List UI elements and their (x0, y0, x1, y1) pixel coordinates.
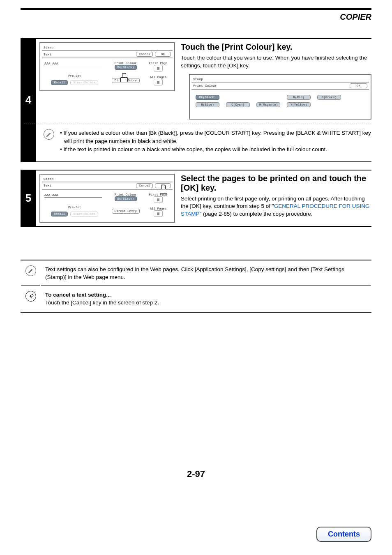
step5-heading: Select the pages to be printed on and to… (181, 174, 371, 193)
step4-note-1: If you selected a colour other than [Bk … (60, 129, 371, 146)
panel2-subtitle: Print Colour (193, 84, 217, 88)
touch-cursor-icon (120, 73, 127, 82)
colour-blue-button[interactable]: B(Blue) (196, 102, 219, 107)
colour-cyan-button[interactable]: C(Cyan) (226, 102, 250, 107)
pencil-icon (25, 265, 36, 276)
panel-stamp-text: Stamp Text Cancel OK AAA AAA Pre-Set (39, 42, 175, 91)
step4-note-2: If the text is printed in colour on a bl… (60, 145, 371, 154)
page-number: 2-97 (21, 469, 371, 479)
all-pages-icon[interactable]: ▥ (154, 210, 163, 217)
contents-button[interactable]: Contents (316, 527, 371, 542)
print-colour-label: Print Colour (108, 193, 143, 196)
first-page-label: First Page (146, 193, 170, 196)
panel5-title: Stamp (42, 176, 173, 182)
step-number: 4 (21, 39, 36, 161)
recall-button[interactable]: Recall (51, 80, 68, 85)
print-colour-button[interactable]: Bk(Black) (115, 196, 137, 201)
panel2-ok-button[interactable]: OK (350, 83, 367, 88)
panel-title: Stamp (42, 45, 173, 51)
colour-red-button[interactable]: R(Red) (287, 95, 311, 100)
cancel-title: To cancel a text setting... (45, 291, 367, 299)
panel-stamp-text-2: Stamp Text Cancel OK AAA AAA (39, 174, 175, 223)
cancel-button[interactable]: Cancel (136, 52, 153, 57)
step5-text: Select printing on the first page only, … (181, 195, 371, 219)
first-page-label: First Page (146, 62, 170, 65)
step4-text: Touch the colour that you wish to use. W… (181, 54, 371, 70)
header-rule (21, 8, 371, 10)
panel2-title: Stamp (191, 76, 369, 83)
header-title: COPIER (21, 12, 371, 22)
step5-text-post: " (page 2-85) to complete the copy proce… (200, 211, 313, 217)
step-number: 5 (21, 170, 36, 226)
preset-label: Pre-Set (44, 74, 105, 78)
sample-text: AAA AAA (44, 62, 102, 66)
recall-button[interactable]: Recall (51, 212, 68, 216)
colour-magenta-button[interactable]: M(Magenta) (256, 102, 280, 107)
first-page-icon[interactable]: ▥ (154, 65, 163, 71)
panel-subtitle: Text (44, 53, 51, 56)
colour-black-button[interactable]: Bk(Black) (196, 95, 219, 100)
back-arrow-icon (25, 291, 36, 302)
info-note: Text settings can also be configured in … (41, 261, 371, 286)
all-pages-label: All Pages (146, 76, 170, 79)
step4-heading: Touch the [Print Colour] key. (181, 42, 371, 52)
colour-green-button[interactable]: G(Green) (317, 95, 341, 100)
panel-print-colour: Stamp Print Colour OK Bk(Black) R(Red) G… (189, 74, 371, 120)
step-5: 5 Stamp Text Cancel OK (21, 170, 371, 227)
print-colour-button[interactable]: Bk(Black) (115, 65, 137, 70)
colour-yellow-button[interactable]: Y(Yellow) (287, 102, 311, 107)
step4-notes: If you selected a colour other than [Bk … (60, 129, 371, 154)
print-colour-label: Print Colour (108, 62, 143, 65)
pencil-icon (44, 129, 54, 140)
all-pages-icon[interactable]: ▥ (154, 79, 163, 85)
cancel-body: Touch the [Cancel] key in the screen of … (45, 299, 367, 307)
store-delete-button[interactable]: Store/Delete (70, 80, 98, 85)
all-pages-label: All Pages (146, 207, 170, 210)
first-page-icon[interactable]: ▥ (154, 196, 163, 203)
dashed-separator (24, 124, 371, 124)
sample-text: AAA AAA (44, 193, 102, 198)
ok-button[interactable]: OK (155, 52, 171, 57)
step-4: 4 Stamp Text Cancel OK (21, 38, 371, 162)
preset-label: Pre-Set (44, 206, 105, 209)
info-table: Text settings can also be configured in … (21, 260, 371, 313)
store-delete-button[interactable]: Store/Delete (70, 212, 98, 216)
direct-entry-button[interactable]: Direct Entry (112, 209, 140, 214)
cancel-button[interactable]: Cancel (136, 183, 153, 188)
panel5-subtitle: Text (44, 184, 51, 187)
